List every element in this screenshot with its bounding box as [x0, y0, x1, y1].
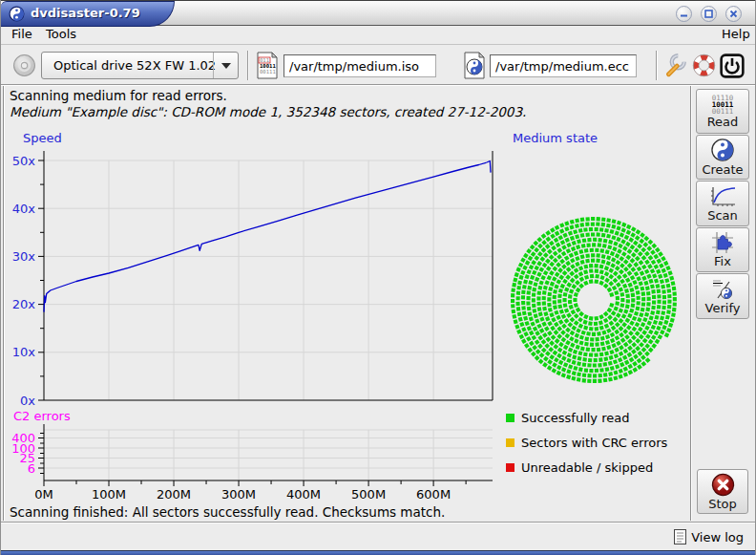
yinyang-create-icon	[710, 138, 735, 162]
wrench-icon	[662, 53, 687, 77]
app-yinyang-icon	[9, 6, 25, 22]
svg-text:20x: 20x	[12, 297, 36, 311]
toolbar: Optical drive 52X FW 1.02 011 10011 0011…	[1, 44, 755, 85]
ecc-path-input[interactable]	[490, 54, 637, 77]
verify-compare-icon	[710, 278, 735, 301]
footer-separator-highlight	[1, 523, 755, 523]
legend-swatch-yellow	[506, 438, 514, 447]
legend-label: Unreadable / skipped	[521, 460, 653, 475]
stop-button-label: Stop	[708, 497, 737, 511]
fix-button[interactable]: Fix	[696, 227, 749, 272]
svg-text:0M: 0M	[34, 487, 53, 502]
scan-chart-icon	[709, 185, 736, 208]
maximize-icon	[704, 10, 713, 18]
medium-state-legend: Successfully read Sectors with CRC error…	[506, 405, 667, 480]
help-button[interactable]	[690, 52, 717, 78]
preferences-button[interactable]	[662, 52, 688, 78]
svg-text:200M: 200M	[157, 487, 191, 502]
medium-state-disc	[508, 212, 680, 388]
svg-text:10x: 10x	[12, 345, 36, 359]
drive-select-arrow[interactable]	[213, 53, 238, 78]
toolbar-separator-2	[656, 51, 658, 80]
stop-button[interactable]: Stop	[697, 469, 748, 514]
svg-text:400M: 400M	[286, 487, 321, 502]
create-button-label: Create	[702, 162, 743, 177]
ecc-file-icon	[463, 52, 486, 79]
puzzle-fix-icon	[710, 231, 735, 254]
toolbar-separator	[247, 51, 249, 80]
status-line-1: Scanning medium for read errors.	[10, 88, 227, 103]
drive-select[interactable]: Optical drive 52X FW 1.02	[41, 52, 239, 79]
verify-button-label: Verify	[705, 301, 741, 315]
create-button[interactable]: Create	[696, 135, 749, 180]
drive-select-value: Optical drive 52X FW 1.02	[42, 58, 216, 73]
menu-tools[interactable]: Tools	[44, 27, 78, 41]
legend-item-success: Successfully read	[506, 405, 667, 430]
chevron-down-icon	[221, 63, 231, 69]
iso-file-icon: 011 10011 00111	[256, 52, 279, 79]
status-line-2: Medium "Example disc": CD-ROM mode 1, 35…	[10, 104, 526, 119]
svg-text:50x: 50x	[12, 154, 36, 168]
view-log-label: View log	[691, 530, 744, 544]
app-window: dvdisaster-0.79 File Tools Help Optical …	[0, 0, 756, 555]
legend-swatch-red	[506, 463, 514, 472]
iso-path-input[interactable]	[284, 54, 436, 77]
maximize-button[interactable]	[701, 6, 717, 22]
menubar: File Tools Help	[1, 27, 755, 43]
read-button[interactable]: 01110 10011 00111 Read	[696, 89, 749, 134]
svg-text:100M: 100M	[92, 487, 126, 502]
legend-label: Successfully read	[521, 411, 629, 425]
svg-text:400: 400	[11, 431, 35, 445]
svg-text:40x: 40x	[12, 202, 36, 216]
menu-help[interactable]: Help	[720, 27, 752, 41]
svg-text:300M: 300M	[221, 487, 256, 502]
drive-button[interactable]	[10, 52, 37, 78]
minimize-button[interactable]	[676, 6, 692, 22]
speed-and-c2-charts: 0x10x20x30x40x50x6251004000M100M200M300M…	[1, 124, 507, 506]
scan-button[interactable]: Scan	[696, 181, 749, 226]
window-frame-bottom	[1, 551, 755, 555]
lifebuoy-icon	[692, 53, 716, 77]
read-button-label: Read	[707, 115, 739, 129]
power-icon	[720, 53, 745, 78]
legend-swatch-green	[506, 414, 514, 422]
sidebar-separator-highlight	[691, 86, 692, 521]
svg-text:00111: 00111	[260, 69, 276, 75]
verify-button[interactable]: Verify	[696, 273, 749, 319]
window-title: dvdisaster-0.79	[31, 6, 140, 20]
close-button[interactable]	[725, 6, 742, 22]
close-icon	[729, 10, 738, 18]
svg-text:500M: 500M	[351, 487, 386, 502]
svg-text:30x: 30x	[12, 249, 36, 264]
view-log-button[interactable]: View log	[674, 527, 744, 546]
log-document-icon	[674, 529, 686, 544]
fix-button-label: Fix	[714, 254, 731, 268]
scan-result-status: Scanning finished: All sectors successfu…	[10, 504, 445, 520]
binary-read-icon: 01110 10011 00111	[712, 95, 734, 115]
legend-item-crc: Sectors with CRC errors	[506, 430, 667, 455]
titlebar: dvdisaster-0.79	[1, 0, 755, 26]
stop-icon	[711, 473, 735, 497]
menu-file[interactable]: File	[10, 27, 34, 41]
svg-text:0x: 0x	[20, 394, 35, 408]
medium-state-title: Medium state	[513, 131, 598, 145]
scan-button-label: Scan	[707, 208, 738, 223]
quit-button[interactable]	[719, 53, 745, 78]
legend-item-unreadable: Unreadable / skipped	[506, 455, 667, 480]
svg-text:600M: 600M	[416, 487, 451, 502]
cd-drive-icon	[12, 53, 36, 77]
minimize-icon	[680, 10, 688, 18]
legend-label: Sectors with CRC errors	[521, 436, 667, 450]
